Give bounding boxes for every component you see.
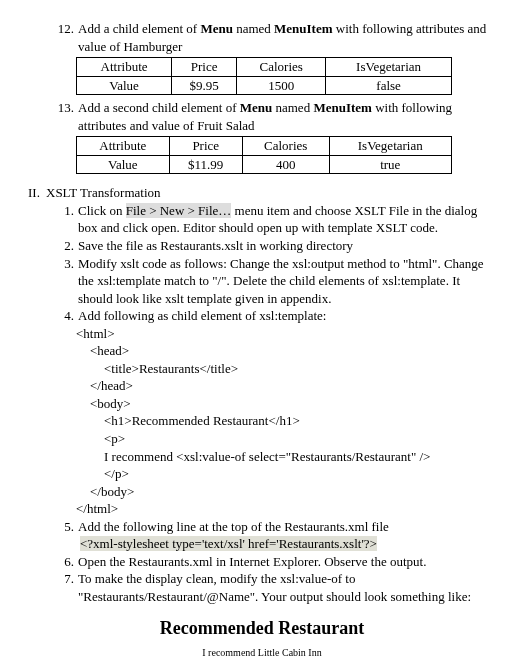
attributes-table-1: AttributePriceCaloriesIsVegetarian Value…: [76, 57, 452, 95]
step-II-6: 6. Open the Restaurants.xml in Internet …: [52, 553, 496, 571]
step-II-4: 4. Add following as child element of xsl…: [52, 307, 496, 325]
xml-stylesheet-line: <?xml-stylesheet type='text/xsl' href='R…: [80, 536, 377, 551]
step-II-1: 1. Click on File > New > File… menu item…: [52, 202, 496, 237]
step-II-5: 5. Add the following line at the top of …: [52, 518, 496, 536]
section-title: XSLT Transformation: [46, 184, 161, 202]
step-number: 12.: [52, 20, 74, 55]
output-line: I recommend Little Cabin Inn: [28, 646, 496, 660]
attributes-table-2: AttributePriceCaloriesIsVegetarian Value…: [76, 136, 452, 174]
step-text: Add a second child element of Menu named…: [78, 99, 496, 134]
step-II-7: 7. To make the display clean, modify the…: [52, 570, 496, 605]
highlighted-menu-path: File > New > File…: [126, 203, 232, 218]
output-heading-1: Recommended Restaurant: [28, 616, 496, 640]
step-number: 13.: [52, 99, 74, 134]
step-13: 13. Add a second child element of Menu n…: [52, 99, 496, 134]
step-text: Add a child element of Menu named MenuIt…: [78, 20, 496, 55]
step-12: 12. Add a child element of Menu named Me…: [52, 20, 496, 55]
step-II-2: 2. Save the file as Restaurants.xslt in …: [52, 237, 496, 255]
section-II: II. XSLT Transformation: [28, 184, 496, 202]
step-II-3: 3. Modify xslt code as follows: Change t…: [52, 255, 496, 308]
xslt-code-block: <html> <head> <title>Restaurants</title>…: [76, 325, 496, 518]
